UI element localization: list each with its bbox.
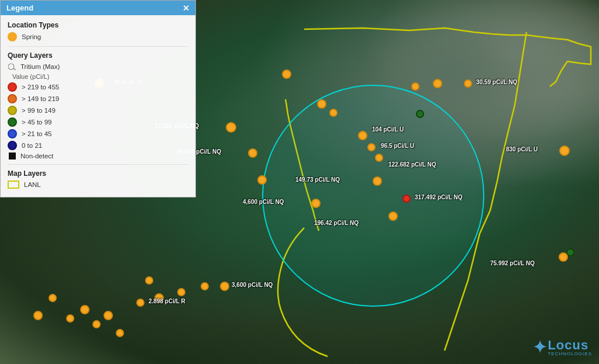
marker[interactable]	[329, 109, 338, 117]
range-item-2: > 149 to 219	[8, 94, 188, 103]
marker[interactable]	[388, 212, 398, 221]
lanl-boundary-icon	[8, 181, 19, 189]
locus-logo: ✦ Locus TECHNOLOGIES	[533, 338, 592, 357]
marker[interactable]	[375, 154, 383, 162]
range-item-6: 0 to 21	[8, 141, 188, 150]
marker[interactable]	[311, 199, 321, 208]
marker[interactable]	[49, 294, 57, 302]
marker[interactable]	[257, 175, 267, 185]
marker-green[interactable]	[416, 110, 424, 118]
location-type-spring-label: Spring	[22, 33, 41, 40]
range-color-3	[8, 106, 17, 115]
range-label-2: > 149 to 219	[22, 95, 59, 102]
range-label-nondetect: Non-detect	[20, 152, 53, 160]
range-label-3: > 99 to 149	[22, 107, 56, 114]
marker[interactable]	[559, 145, 570, 156]
range-color-2	[8, 94, 17, 103]
marker[interactable]	[116, 329, 124, 337]
marker[interactable]	[33, 311, 43, 320]
legend-body: Location Types Spring Query Layers Triti…	[1, 15, 195, 197]
query-layer-unit: Value (pCi/L)	[12, 73, 188, 80]
marker[interactable]	[373, 176, 382, 186]
map-layer-lanl: LANL	[8, 181, 188, 189]
query-layer-icon	[8, 63, 17, 71]
range-color-1	[8, 82, 17, 92]
marker[interactable]	[201, 282, 209, 290]
range-item-3: > 99 to 149	[8, 106, 188, 115]
logo-name: Locus	[548, 339, 592, 352]
marker[interactable]	[464, 79, 472, 88]
range-label-6: 0 to 21	[22, 142, 42, 149]
marker[interactable]	[177, 288, 185, 296]
marker[interactable]	[220, 282, 229, 291]
query-layers-title: Query Layers	[8, 51, 188, 60]
location-types-title: Location Types	[8, 21, 188, 29]
svg-line-1	[13, 68, 16, 70]
query-layer-name: Tritium (Max)	[20, 63, 60, 70]
range-color-nondetect	[9, 152, 16, 160]
marker[interactable]	[248, 148, 257, 158]
range-label-5: > 21 to 45	[22, 130, 51, 137]
marker[interactable]	[411, 82, 419, 91]
marker[interactable]	[92, 320, 101, 328]
range-item-4: > 45 to 99	[8, 117, 188, 127]
legend-header: Legend ✕	[1, 1, 195, 15]
marker[interactable]	[66, 314, 74, 323]
location-type-spring: Spring	[8, 32, 188, 41]
spring-color-swatch	[8, 32, 17, 41]
marker[interactable]	[433, 79, 442, 88]
range-item-1: > 219 to 455	[8, 82, 188, 92]
svg-point-0	[8, 64, 14, 70]
marker[interactable]	[154, 293, 164, 303]
range-color-5	[8, 129, 17, 138]
range-color-6	[8, 141, 17, 150]
marker[interactable]	[104, 311, 113, 320]
marker[interactable]	[136, 299, 144, 307]
map-layer-lanl-label: LANL	[24, 181, 41, 188]
marker[interactable]	[367, 143, 376, 151]
locus-symbol: ✦	[533, 338, 546, 357]
range-label-4: > 45 to 99	[22, 119, 51, 126]
legend-panel: Legend ✕ Location Types Spring Query Lay…	[0, 0, 196, 197]
legend-close-button[interactable]: ✕	[183, 4, 190, 12]
range-item-nondetect: Non-detect	[8, 152, 188, 160]
marker[interactable]	[145, 276, 153, 285]
marker[interactable]	[226, 122, 236, 133]
marker[interactable]	[358, 131, 367, 140]
query-layer-name-item: Tritium (Max)	[8, 63, 188, 71]
range-label-1: > 219 to 455	[22, 84, 59, 91]
range-color-4	[8, 117, 17, 127]
logo-tagline: TECHNOLOGIES	[548, 352, 592, 356]
marker-red[interactable]	[402, 195, 411, 203]
range-item-5: > 21 to 45	[8, 129, 188, 138]
map-container[interactable]: 70 pCi/L U 30.59 pCi/L NQ 37.352 pCi/L N…	[0, 0, 599, 364]
legend-title: Legend	[6, 4, 33, 12]
map-layers-title: Map Layers	[8, 169, 188, 178]
logo-text: Locus TECHNOLOGIES	[548, 339, 592, 356]
marker[interactable]	[559, 252, 568, 262]
marker[interactable]	[80, 305, 89, 314]
marker[interactable]	[317, 99, 326, 109]
marker[interactable]	[282, 70, 291, 79]
